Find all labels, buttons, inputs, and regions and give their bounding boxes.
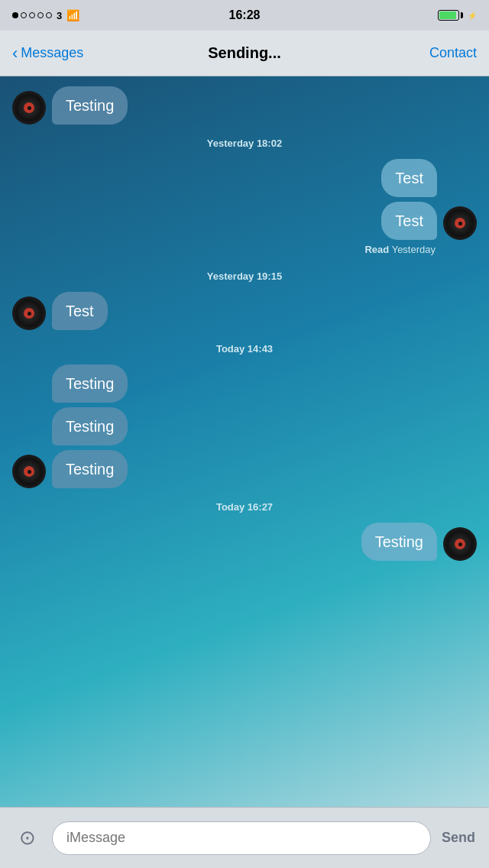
status-right: ⚡ xyxy=(438,10,477,21)
timestamp: Today 16:27 xyxy=(0,501,489,513)
bubble-received: Testing xyxy=(52,407,128,445)
avatar xyxy=(12,91,46,125)
message-row: Test xyxy=(12,292,477,330)
avatar xyxy=(12,296,46,330)
send-button[interactable]: Send xyxy=(439,830,478,846)
bubble-sent: Test xyxy=(381,202,437,240)
vinyl-icon xyxy=(14,92,44,123)
bubble-received: Testing xyxy=(52,86,128,125)
vinyl-icon xyxy=(14,456,44,487)
back-button[interactable]: ‹ Messages xyxy=(12,44,83,63)
signal-dot-2 xyxy=(21,12,27,18)
signal-dots xyxy=(12,12,52,18)
vinyl-icon xyxy=(445,208,475,238)
timestamp: Yesterday 19:15 xyxy=(0,270,489,282)
back-label: Messages xyxy=(21,45,83,61)
wifi-icon: 📶 xyxy=(66,9,79,21)
carrier-label: 3 xyxy=(57,10,62,21)
signal-dot-4 xyxy=(37,12,44,18)
avatar xyxy=(12,455,46,488)
input-bar: ⊙ Send xyxy=(0,807,489,868)
message-input[interactable] xyxy=(52,821,431,855)
camera-icon: ⊙ xyxy=(19,826,36,850)
message-row: Testing xyxy=(12,407,477,445)
nav-bar: ‹ Messages Sending... Contact xyxy=(0,31,489,76)
message-row: Testing xyxy=(12,364,477,403)
bubble-sent: Test xyxy=(381,159,437,197)
camera-button[interactable]: ⊙ xyxy=(11,821,44,855)
timestamp: Yesterday 18:02 xyxy=(0,138,489,149)
message-row: Testing xyxy=(12,523,477,561)
signal-dot-3 xyxy=(29,12,35,18)
battery-body xyxy=(438,10,459,21)
vinyl-icon xyxy=(14,298,44,329)
chat-area: Testing Yesterday 18:02 Test Test Read Y… xyxy=(0,76,489,807)
bubble-received: Testing xyxy=(52,450,128,488)
message-row: Test xyxy=(12,159,477,197)
message-row: Testing xyxy=(12,86,477,125)
bubble-received: Testing xyxy=(52,364,128,403)
status-bar: 3 📶 16:28 ⚡ xyxy=(0,0,489,31)
battery xyxy=(438,10,463,21)
contact-button[interactable]: Contact xyxy=(429,45,477,61)
charging-bolt: ⚡ xyxy=(468,11,477,20)
battery-fill xyxy=(439,11,456,19)
read-label: Read xyxy=(364,244,389,255)
status-time: 16:28 xyxy=(229,8,261,22)
avatar xyxy=(443,527,477,561)
vinyl-icon xyxy=(445,529,475,559)
read-time: Yesterday xyxy=(392,244,436,255)
message-row: Test xyxy=(12,202,477,240)
read-receipt: Read Yesterday xyxy=(0,244,436,255)
back-chevron-icon: ‹ xyxy=(12,44,18,63)
battery-tip xyxy=(461,12,463,18)
bubble-received: Test xyxy=(52,292,108,330)
avatar xyxy=(443,206,477,240)
signal-dot-5 xyxy=(46,12,52,18)
bubble-sent: Testing xyxy=(361,523,437,561)
message-row: Testing xyxy=(12,450,477,488)
signal-dot-1 xyxy=(12,12,18,18)
status-left: 3 📶 xyxy=(12,9,79,21)
nav-title: Sending... xyxy=(208,44,281,62)
timestamp: Today 14:43 xyxy=(0,343,489,355)
